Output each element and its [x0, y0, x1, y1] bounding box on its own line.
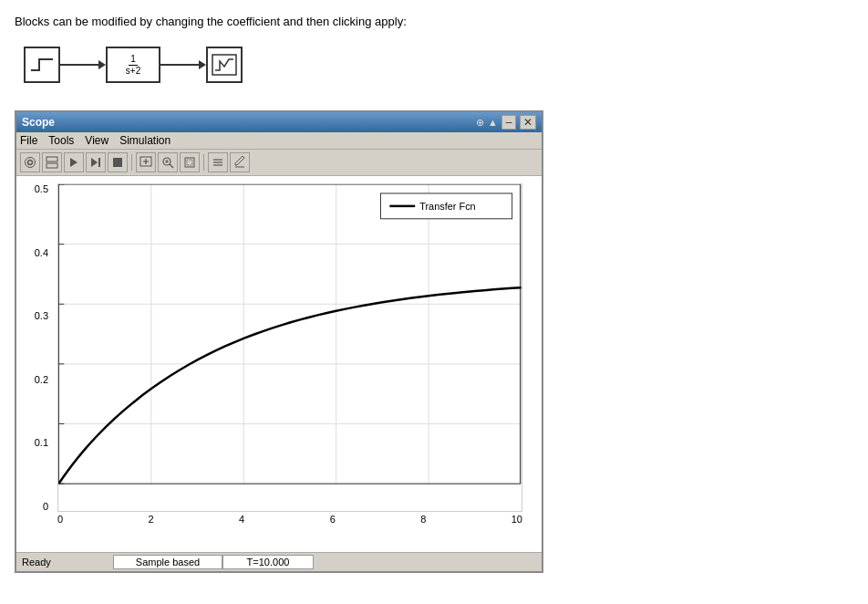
svg-point-2 [26, 158, 36, 168]
scope-menubar: File Tools View Simulation [16, 132, 542, 150]
step-icon [90, 157, 101, 168]
toolbar-sep-2 [203, 154, 204, 171]
play-icon [68, 157, 79, 168]
scope-block [206, 47, 243, 83]
status-sample: Sample based [113, 555, 222, 569]
svg-rect-8 [113, 158, 122, 167]
x-label-0: 0 [57, 514, 63, 525]
svg-text:Transfer Fcn: Transfer Fcn [419, 201, 476, 212]
menu-tools[interactable]: Tools [48, 134, 74, 147]
stop-icon [112, 157, 123, 168]
arrow-head-1 [98, 60, 106, 69]
svg-rect-4 [46, 163, 57, 168]
x-label-4: 4 [239, 514, 244, 525]
y-label-0.5: 0.5 [35, 183, 48, 194]
zoom-box-icon [183, 156, 196, 169]
status-time: T=10.000 [222, 555, 314, 569]
close-button[interactable]: ✕ [520, 115, 536, 130]
svg-marker-6 [91, 158, 98, 167]
transfer-denominator: s+2 [126, 66, 140, 77]
arrow-line-1 [60, 64, 98, 66]
menu-file[interactable]: File [20, 134, 37, 147]
svg-rect-0 [212, 55, 236, 75]
zoom-fit-button[interactable] [158, 152, 178, 172]
plot-container: 0.5 0.4 0.3 0.2 0.1 0 [16, 176, 542, 552]
play-button[interactable] [64, 152, 84, 172]
arrow-1 [60, 60, 106, 69]
scope-title-buttons: ⊕ ▲ – ✕ [476, 115, 536, 130]
toolbar-sep-1 [131, 154, 132, 171]
main-page: Blocks can be modified by changing the c… [0, 0, 868, 604]
zoom-in-icon [140, 156, 152, 169]
scope-titlebar: Scope ⊕ ▲ – ✕ [16, 112, 542, 132]
svg-rect-7 [98, 158, 100, 167]
step-button[interactable] [86, 152, 106, 172]
x-label-6: 6 [330, 514, 336, 525]
svg-rect-3 [46, 157, 57, 161]
properties-button[interactable] [208, 152, 228, 172]
y-axis-labels: 0.5 0.4 0.3 0.2 0.1 0 [16, 183, 53, 512]
split-button[interactable] [42, 152, 62, 172]
y-label-0.1: 0.1 [35, 437, 48, 448]
zoom-box-button[interactable] [180, 152, 200, 172]
svg-point-1 [28, 161, 33, 165]
description-text: Blocks can be modified by changing the c… [15, 15, 853, 28]
edit-icon [233, 156, 246, 169]
svg-rect-39 [58, 184, 520, 484]
svg-marker-5 [70, 158, 78, 167]
x-label-10: 10 [512, 514, 522, 525]
split-icon [46, 156, 58, 169]
y-label-0.3: 0.3 [35, 310, 48, 321]
minimize-button[interactable]: – [501, 115, 516, 130]
step-block [24, 47, 60, 83]
stop-button[interactable] [108, 152, 128, 172]
settings-button[interactable] [20, 152, 40, 172]
scope-toolbar [16, 150, 542, 176]
up-icon: ▲ [488, 117, 498, 128]
pin-icon: ⊕ [476, 117, 484, 129]
zoom-fit-icon [161, 156, 174, 169]
settings-icon [24, 156, 36, 169]
arrow-2 [160, 60, 206, 69]
transfer-block: 1 s+2 [106, 47, 160, 83]
svg-line-13 [170, 164, 173, 168]
edit-button[interactable] [230, 152, 250, 172]
zoom-in-button[interactable] [136, 152, 156, 172]
properties-icon [212, 156, 224, 169]
arrow-line-2 [160, 64, 199, 66]
scope-title: Scope [22, 116, 55, 129]
x-axis-labels: 0 2 4 6 8 10 [57, 512, 522, 525]
scope-icon [212, 54, 237, 76]
x-label-2: 2 [149, 514, 154, 525]
scope-window: Scope ⊕ ▲ – ✕ File Tools View Simulation [15, 110, 543, 573]
block-diagram: 1 s+2 [24, 47, 853, 83]
svg-rect-17 [187, 160, 192, 165]
status-ready: Ready [22, 557, 113, 568]
plot-wrapper: Transfer Fcn 0 2 4 6 8 10 [57, 183, 522, 525]
arrow-head-2 [199, 60, 206, 69]
y-label-0.2: 0.2 [35, 374, 48, 385]
plot-svg: Transfer Fcn [57, 183, 522, 512]
step-icon [28, 54, 56, 76]
y-label-0.4: 0.4 [35, 247, 48, 258]
y-label-0: 0 [43, 501, 48, 512]
x-label-8: 8 [420, 514, 426, 525]
scope-statusbar: Ready Sample based T=10.000 [16, 552, 542, 571]
transfer-numerator: 1 [129, 54, 138, 66]
menu-view[interactable]: View [85, 134, 108, 147]
menu-simulation[interactable]: Simulation [119, 134, 170, 147]
